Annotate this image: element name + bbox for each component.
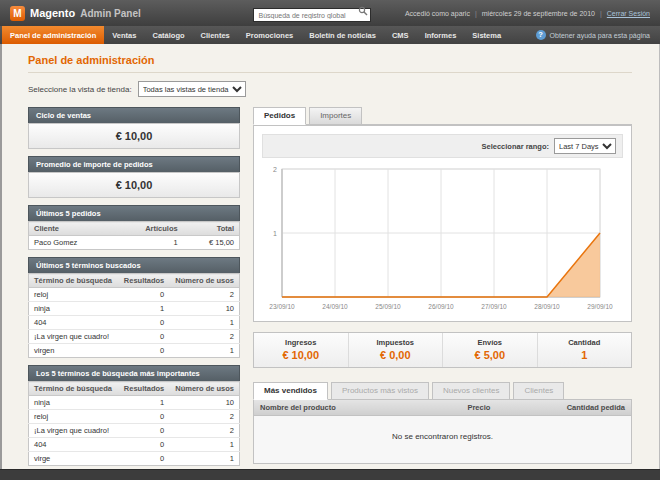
table-cell: ¡La virgen que cuadro! bbox=[29, 424, 119, 438]
nav-item-reports[interactable]: Informes bbox=[417, 26, 465, 44]
table-cell: virgen bbox=[29, 344, 119, 358]
stat-label: Impuestos bbox=[349, 338, 443, 347]
help-label: Obtener ayuda para esta página bbox=[550, 32, 650, 39]
lifetime-sales-value: € 10,00 bbox=[28, 123, 240, 149]
magento-admin-window: M Magento Admin Panel Accedió como apari… bbox=[0, 0, 660, 480]
table-cell: 2 bbox=[169, 424, 239, 438]
store-view-label: Seleccione la vista de tienda: bbox=[28, 85, 132, 94]
logged-in-text: Accedió como aparic bbox=[405, 10, 470, 17]
svg-text:28/09/10: 28/09/10 bbox=[534, 303, 560, 310]
average-orders-value: € 10,00 bbox=[28, 172, 240, 198]
store-view-select[interactable]: Todas las vistas de tienda bbox=[138, 81, 246, 97]
tab-bestsellers[interactable]: Más vendidos bbox=[253, 382, 328, 400]
range-label: Seleccionar rango: bbox=[481, 142, 549, 151]
tab-most-viewed[interactable]: Productos más vistos bbox=[331, 382, 429, 400]
logo-text: Magento bbox=[30, 7, 75, 19]
nav-item-catalog[interactable]: Catálogo bbox=[144, 26, 192, 44]
page-title: Panel de administración bbox=[28, 54, 632, 66]
dashboard-left-column: Ciclo de ventas € 10,00 Promedio de impo… bbox=[28, 107, 240, 473]
stat-label: Ingresos bbox=[254, 338, 348, 347]
table-cell: 0 bbox=[118, 316, 169, 330]
table-cell: 2 bbox=[169, 410, 239, 424]
magento-logo: M Magento Admin Panel bbox=[10, 6, 220, 21]
bestsellers-table: Nombre del producto Precio Cantidad pedi… bbox=[253, 400, 632, 464]
stat-value: 1 bbox=[538, 349, 632, 361]
table-cell: 10 bbox=[169, 396, 239, 410]
table-cell: ¡La virgen que cuadro! bbox=[29, 330, 119, 344]
range-select[interactable]: Last 7 Days bbox=[554, 138, 616, 154]
table-cell: 1 bbox=[118, 396, 169, 410]
panel-title: Últimos 5 pedidos bbox=[28, 205, 240, 221]
product-tabs: Más vendidos Productos más vistos Nuevos… bbox=[253, 382, 632, 400]
tab-new-customers[interactable]: Nuevos clientes bbox=[432, 382, 510, 400]
column-header: Artículos bbox=[115, 222, 183, 236]
stat-label: Cantidad bbox=[538, 338, 632, 347]
table-cell: 2 bbox=[169, 330, 239, 344]
table-row: ¡La virgen que cuadro!02 bbox=[29, 424, 240, 438]
nav-item-customers[interactable]: Clientes bbox=[193, 26, 238, 44]
last-orders-panel: Últimos 5 pedidos Cliente Artículos Tota… bbox=[28, 205, 240, 250]
table-cell: 1 bbox=[115, 236, 183, 250]
svg-text:23/09/10: 23/09/10 bbox=[269, 303, 295, 310]
table-cell: ninja bbox=[29, 302, 119, 316]
column-header: Término de búsqueda bbox=[29, 274, 119, 288]
logo-subtitle: Admin Panel bbox=[80, 8, 141, 19]
nav-item-promotions[interactable]: Promociones bbox=[238, 26, 302, 44]
column-header: Cantidad pedida bbox=[529, 400, 631, 416]
top-search-terms-panel: Los 5 términos de búsqueda más important… bbox=[28, 365, 240, 466]
top-search-terms-table: Término de búsqueda Resultados Número de… bbox=[28, 381, 240, 466]
panel-title: Promedio de importe de pedidos bbox=[28, 156, 240, 172]
nav-item-newsletter[interactable]: Boletín de noticias bbox=[301, 26, 384, 44]
table-cell: 0 bbox=[118, 452, 169, 466]
table-cell: 10 bbox=[169, 302, 239, 316]
table-cell: 0 bbox=[118, 438, 169, 452]
table-cell: reloj bbox=[29, 410, 119, 424]
current-date: miércoles 29 de septiembre de 2010 bbox=[482, 10, 595, 17]
table-row: Paco Gomez1€ 15,00 bbox=[29, 236, 240, 250]
table-row: 40401 bbox=[29, 316, 240, 330]
nav-item-dashboard[interactable]: Panel de administración bbox=[2, 26, 104, 44]
table-cell: € 15,00 bbox=[183, 236, 240, 250]
stat-shipping: Envíos € 5,00 bbox=[442, 333, 537, 367]
separator: | bbox=[475, 10, 477, 17]
totals-bar: Ingresos € 10,00 Impuestos € 0,00 Envíos… bbox=[253, 332, 632, 368]
svg-text:2: 2 bbox=[273, 166, 277, 173]
help-icon: ? bbox=[536, 30, 546, 40]
empty-records-message: No se encontraron registros. bbox=[254, 416, 632, 464]
separator: | bbox=[600, 10, 602, 17]
svg-text:25/09/10: 25/09/10 bbox=[375, 303, 401, 310]
table-cell: 0 bbox=[118, 330, 169, 344]
table-cell: 0 bbox=[118, 288, 169, 302]
search-icon[interactable] bbox=[358, 6, 368, 16]
nav-item-sales[interactable]: Ventas bbox=[104, 26, 144, 44]
svg-text:27/09/10: 27/09/10 bbox=[481, 303, 507, 310]
stat-label: Envíos bbox=[443, 338, 537, 347]
title-divider bbox=[28, 72, 632, 73]
table-row: 40401 bbox=[29, 438, 240, 452]
table-cell: 1 bbox=[169, 452, 239, 466]
table-cell: virge bbox=[29, 452, 119, 466]
column-header: Cliente bbox=[29, 222, 115, 236]
page-help-link[interactable]: ? Obtener ayuda para esta página bbox=[536, 26, 660, 44]
tab-orders[interactable]: Pedidos bbox=[253, 107, 306, 125]
table-row: ¡La virgen que cuadro!02 bbox=[29, 330, 240, 344]
svg-text:26/09/10: 26/09/10 bbox=[428, 303, 454, 310]
column-header: Resultados bbox=[118, 274, 169, 288]
table-row: virge01 bbox=[29, 452, 240, 466]
last-search-terms-panel: Últimos 5 términos buscados Término de b… bbox=[28, 257, 240, 358]
logout-link[interactable]: Cerrar Sesión bbox=[607, 10, 650, 17]
header-meta: Accedió como aparic | miércoles 29 de se… bbox=[405, 10, 650, 17]
nav-item-cms[interactable]: CMS bbox=[384, 26, 417, 44]
stat-value: € 5,00 bbox=[443, 349, 537, 361]
table-row: reloj02 bbox=[29, 288, 240, 302]
window-bottom-edge bbox=[0, 469, 660, 480]
tab-customers[interactable]: Clientes bbox=[513, 382, 564, 400]
svg-text:24/09/10: 24/09/10 bbox=[322, 303, 348, 310]
page-content: Panel de administración Seleccione la vi… bbox=[0, 44, 660, 473]
global-search-area bbox=[220, 4, 405, 23]
svg-text:1: 1 bbox=[273, 230, 277, 237]
nav-item-system[interactable]: Sistema bbox=[464, 26, 509, 44]
tab-amounts[interactable]: Importes bbox=[309, 107, 362, 125]
global-search-input[interactable] bbox=[253, 8, 371, 22]
table-cell: 0 bbox=[118, 410, 169, 424]
